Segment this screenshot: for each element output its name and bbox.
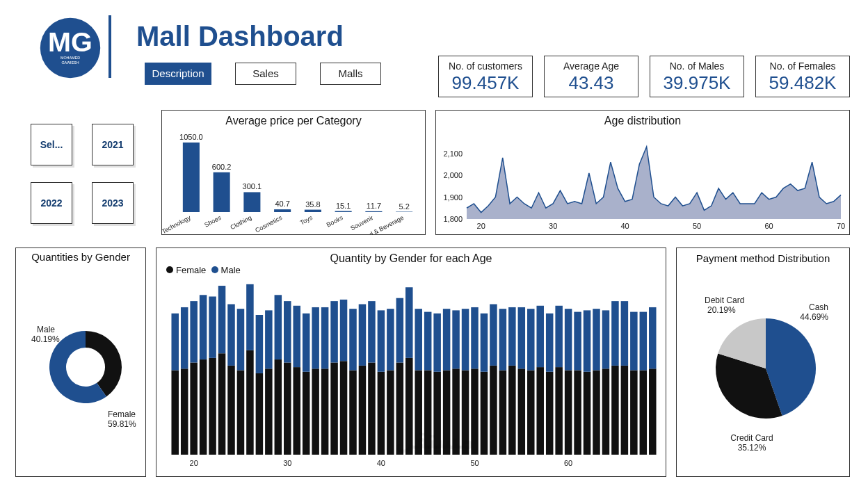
svg-rect-101 bbox=[443, 371, 451, 455]
kpi-customers-value: 99.457K bbox=[446, 73, 525, 93]
svg-rect-65 bbox=[275, 359, 282, 455]
svg-text:GAWIESH: GAWIESH bbox=[61, 60, 79, 65]
chart-qty-age: Quantity by Gender for each Age Female M… bbox=[156, 248, 666, 477]
svg-rect-113 bbox=[499, 371, 507, 455]
svg-rect-68 bbox=[284, 301, 291, 362]
svg-rect-92 bbox=[396, 298, 404, 363]
year-filter-select[interactable]: Sel... bbox=[31, 124, 72, 165]
tab-malls[interactable]: Malls bbox=[320, 63, 381, 85]
svg-rect-107 bbox=[471, 368, 479, 455]
svg-rect-95 bbox=[415, 371, 422, 455]
svg-text:2,100: 2,100 bbox=[443, 149, 463, 158]
tab-sales[interactable]: Sales bbox=[235, 63, 296, 85]
legend-label-male: Male bbox=[221, 265, 241, 275]
svg-rect-139 bbox=[621, 366, 629, 455]
svg-rect-79 bbox=[340, 361, 348, 455]
svg-text:59.81%: 59.81% bbox=[108, 419, 136, 429]
svg-text:1,800: 1,800 bbox=[443, 215, 463, 223]
svg-rect-44 bbox=[171, 314, 179, 371]
year-filter-2021[interactable]: 2021 bbox=[92, 124, 134, 165]
svg-rect-142 bbox=[630, 312, 638, 371]
svg-rect-105 bbox=[462, 371, 469, 455]
kpi-males-value: 39.975K bbox=[657, 73, 737, 93]
svg-rect-110 bbox=[481, 314, 488, 372]
kpi-customers-label: No. of customers bbox=[446, 60, 525, 72]
svg-rect-121 bbox=[536, 367, 544, 455]
svg-text:Technology: Technology bbox=[162, 214, 192, 234]
svg-text:60: 60 bbox=[564, 459, 572, 467]
svg-rect-128 bbox=[565, 309, 572, 370]
chart-avg-price: Average price per Category 1050.0Technol… bbox=[161, 110, 426, 235]
year-filter-2022[interactable]: 2022 bbox=[31, 182, 72, 224]
svg-rect-143 bbox=[640, 371, 648, 455]
svg-rect-83 bbox=[359, 366, 367, 455]
legend-dot-female bbox=[166, 266, 173, 273]
svg-rect-135 bbox=[602, 368, 610, 455]
svg-rect-70 bbox=[293, 306, 300, 367]
svg-text:60: 60 bbox=[764, 222, 773, 230]
year-filter-2023[interactable]: 2023 bbox=[92, 182, 134, 224]
svg-rect-62 bbox=[256, 315, 264, 373]
svg-text:300.1: 300.1 bbox=[243, 182, 262, 190]
svg-rect-123 bbox=[546, 372, 554, 455]
svg-text:Debit Card: Debit Card bbox=[705, 295, 744, 305]
svg-rect-49 bbox=[200, 359, 207, 455]
svg-rect-54 bbox=[218, 286, 226, 353]
svg-text:11.7: 11.7 bbox=[367, 202, 381, 210]
svg-text:40: 40 bbox=[377, 459, 385, 467]
svg-rect-57 bbox=[237, 371, 245, 455]
kpi-females-value: 59.482K bbox=[763, 73, 842, 93]
svg-rect-117 bbox=[518, 368, 526, 455]
svg-rect-145 bbox=[649, 368, 657, 455]
svg-rect-55 bbox=[227, 366, 235, 455]
svg-rect-90 bbox=[387, 309, 394, 370]
svg-rect-144 bbox=[640, 312, 648, 371]
svg-text:MOHAMED: MOHAMED bbox=[61, 56, 80, 60]
svg-rect-48 bbox=[190, 301, 198, 362]
svg-rect-23 bbox=[365, 211, 382, 212]
svg-rect-89 bbox=[387, 371, 394, 455]
svg-text:1,900: 1,900 bbox=[443, 193, 463, 202]
svg-rect-97 bbox=[424, 371, 432, 455]
svg-rect-77 bbox=[330, 362, 338, 455]
svg-rect-53 bbox=[218, 353, 226, 455]
svg-rect-5 bbox=[183, 143, 200, 212]
svg-rect-8 bbox=[214, 172, 230, 212]
svg-rect-45 bbox=[181, 368, 188, 455]
svg-rect-119 bbox=[527, 371, 535, 455]
svg-rect-108 bbox=[471, 307, 479, 368]
svg-rect-146 bbox=[649, 307, 657, 368]
svg-rect-50 bbox=[200, 295, 207, 359]
legend-label-female: Female bbox=[176, 265, 206, 275]
svg-rect-69 bbox=[293, 367, 300, 455]
chart-payment: Payment method Distribution Cash44.69%Cr… bbox=[676, 248, 850, 477]
page-title: Mall Dashboard bbox=[136, 21, 344, 52]
kpi-females-label: No. of Females bbox=[763, 60, 842, 72]
svg-rect-122 bbox=[536, 306, 544, 367]
svg-rect-141 bbox=[630, 371, 638, 455]
kpi-avg-age-value: 43.43 bbox=[552, 73, 631, 93]
svg-rect-63 bbox=[265, 368, 273, 455]
svg-rect-118 bbox=[518, 307, 526, 368]
svg-rect-111 bbox=[490, 366, 497, 455]
svg-rect-124 bbox=[546, 314, 554, 372]
svg-text:5.2: 5.2 bbox=[399, 202, 409, 211]
chart-avg-price-title: Average price per Category bbox=[162, 111, 425, 127]
svg-rect-72 bbox=[303, 314, 310, 372]
svg-rect-82 bbox=[349, 309, 357, 370]
svg-rect-11 bbox=[243, 192, 260, 212]
svg-rect-133 bbox=[593, 371, 600, 455]
svg-rect-52 bbox=[209, 297, 216, 358]
svg-text:Female: Female bbox=[108, 409, 136, 419]
kpi-avg-age: Average Age 43.43 bbox=[544, 56, 638, 97]
tab-description[interactable]: Description bbox=[145, 63, 211, 85]
chart-qty-age-title: Quantity by Gender for each Age bbox=[156, 248, 666, 265]
svg-text:35.8: 35.8 bbox=[305, 200, 320, 209]
svg-text:Cash: Cash bbox=[809, 302, 828, 312]
svg-rect-76 bbox=[321, 307, 329, 368]
svg-rect-80 bbox=[340, 300, 348, 361]
svg-text:Cosmetics: Cosmetics bbox=[254, 214, 283, 234]
chart-qty-gender-title: Quantities by Gender bbox=[16, 248, 145, 263]
chart-qty-gender: Quantities by Gender Male40.19%Female59.… bbox=[15, 248, 146, 477]
chart-payment-title: Payment method Distribution bbox=[677, 248, 849, 264]
